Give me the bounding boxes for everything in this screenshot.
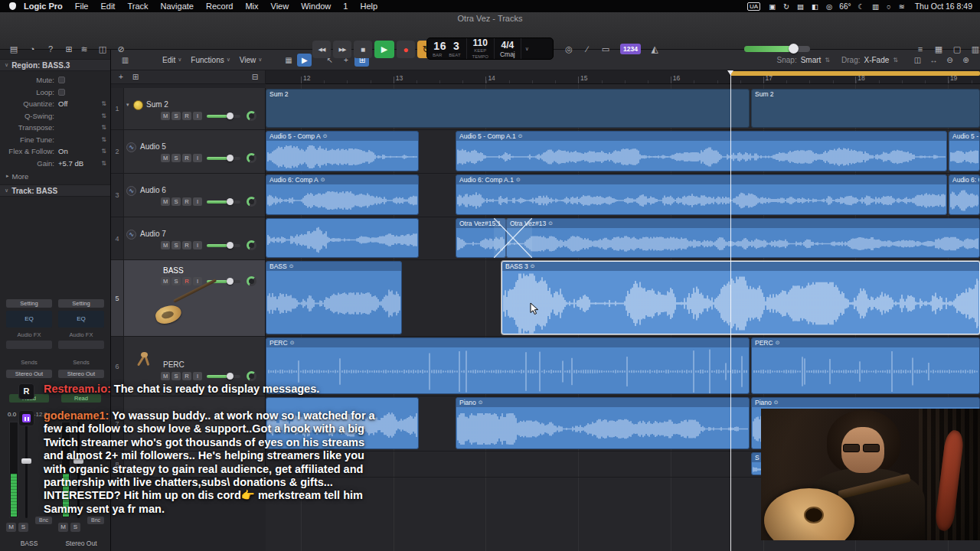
add-track-button[interactable]: + [115,72,127,83]
menu-item-help[interactable]: Help [354,2,384,11]
catch-playhead-icon[interactable]: ▶ [297,54,312,67]
menu-app-name[interactable]: Logic Pro [21,2,69,11]
strip-empty-slot[interactable] [58,341,104,349]
pan-knob[interactable] [247,276,256,286]
track-input-button[interactable]: I [193,241,202,249]
stop-button[interactable]: ■ [354,41,372,58]
track-record-button[interactable]: R [182,112,191,120]
slider-thumb[interactable] [227,373,234,380]
drag-stepper-icon[interactable]: ⇅ [893,57,898,64]
strip-output-slot[interactable]: Stereo Out [6,370,52,378]
pan-knob[interactable] [247,197,256,207]
region-audio-5-comp-a-1[interactable]: Audio 5 - Comp A.1⊙ [456,131,947,171]
disclosure-triangle[interactable]: ▾ [126,102,129,108]
solo-mode-icon[interactable]: ∕ [580,42,595,56]
strip-eq-display[interactable]: EQ [58,311,104,328]
track-mute-button[interactable]: M [161,154,170,162]
strip-eq-display[interactable]: EQ [6,311,52,328]
track-header-audio-5[interactable]: 2∿Audio 5MSRI [111,130,266,174]
track-mute-button[interactable]: M [161,112,170,120]
strip-mute-button[interactable]: M [6,523,16,532]
mixer-icon[interactable]: ◫ [95,42,110,56]
region-bass-3[interactable]: BASS 3⊙ [501,261,980,334]
region-audio-6-comp-a-1[interactable]: Audio 6: Comp A.1⊙ [456,174,947,215]
region-clip[interactable] [266,218,419,258]
smart-controls-icon[interactable]: ≋ [77,42,92,56]
spotlight-icon[interactable]: ○ [883,2,895,11]
strip-empty-slot[interactable] [6,341,52,349]
strip-output-slot[interactable]: Stereo Out [58,370,104,378]
track-solo-button[interactable]: S [172,154,181,162]
track-mute-button[interactable]: M [161,241,170,249]
metronome-button[interactable]: ◭ [647,41,662,57]
lcd-display[interactable]: 163 BAR BEAT 110 KEEP TEMPO 4/4 Cmaj ∨ [426,37,554,60]
moon-icon[interactable]: ☾ [854,2,868,11]
region-perc[interactable]: PERC⊙ [751,337,980,394]
track-volume-slider[interactable] [207,115,240,118]
menu-item-record[interactable]: Record [200,2,239,11]
ua-badge[interactable]: UA [747,2,760,11]
track-solo-button[interactable]: S [172,372,181,380]
temperature-status[interactable]: 66° [836,2,854,11]
track-header-bass[interactable]: 5BASSMSRI [111,260,266,337]
tuner-icon[interactable]: ◎ [561,42,577,56]
keyboard-icon[interactable]: ▤ [793,2,808,11]
count-in-button[interactable]: 1234 [620,44,641,54]
project-chooser-icon[interactable]: ▤ [6,42,21,56]
apple-loops-icon[interactable]: ▢ [949,42,965,56]
control-center-icon[interactable]: ▥ [868,2,883,11]
audio-device-icon[interactable]: ◎ [822,2,836,11]
region-bass[interactable]: BASS⊙ [266,261,402,334]
track-input-button[interactable]: I [193,197,202,206]
pan-knob[interactable] [247,111,256,121]
track-input-button[interactable]: I [193,112,202,120]
duplicate-track-button[interactable]: ⊞ [129,72,142,83]
menu-item-mix[interactable]: Mix [239,2,264,11]
drag-value[interactable]: X-Fade [864,56,890,64]
track-volume-slider[interactable] [207,157,240,160]
note-pads-icon[interactable]: ▦ [931,42,946,56]
slider-thumb[interactable] [227,198,234,205]
region-piano[interactable]: Piano⊙ [456,397,750,449]
record-button[interactable]: ● [397,41,415,58]
track-header-audio-6[interactable]: 3∿Audio 6MSRI [111,174,266,217]
track-record-button[interactable]: R [182,197,191,206]
list-editors-icon[interactable]: ≡ [913,42,928,56]
recents-icon[interactable]: ◔ [24,42,40,56]
track-header-sum-2[interactable]: 1▾Sum 2MSRI [111,88,266,130]
track-solo-button[interactable]: S [172,241,181,249]
menu-item-track[interactable]: Track [121,2,154,11]
strip-setting-button[interactable]: Setting [58,299,104,308]
track-solo-button[interactable]: S [172,197,181,206]
replace-mode-icon[interactable]: ▭ [598,42,613,56]
browsers-icon[interactable]: ▥ [968,42,980,56]
region-otra-vez-13[interactable]: Otra Vez#13⊙ [506,218,980,258]
snap-value[interactable]: Smart [801,56,822,64]
sync-icon[interactable]: ↻ [779,2,793,11]
timeline-ruler[interactable]: 1213141516171819 [266,70,980,84]
apple-menu[interactable] [0,2,21,10]
menu-item-view[interactable]: View [265,2,296,11]
menu-item-navigate[interactable]: Navigate [155,2,200,11]
region-audio-6-comp-a[interactable]: Audio 6: Comp A⊙ [266,174,419,215]
menu-item-window[interactable]: Window [295,2,337,11]
screen-mirroring-icon[interactable]: ▣ [765,2,779,11]
rewind-button[interactable]: ◀◀ [312,41,331,58]
display-icon[interactable]: ◧ [808,2,822,11]
grid-icon[interactable]: ▦ [281,54,296,67]
slider-thumb[interactable] [227,242,234,249]
track-header-options-icon[interactable]: ⊟ [249,72,261,83]
slider-thumb[interactable] [227,112,234,119]
quick-help-icon[interactable]: ? [43,42,58,56]
arrange-menu-view[interactable]: View∨ [240,56,263,64]
track-record-button[interactable]: R [182,154,191,162]
track-header-audio-7[interactable]: 4∿Audio 7MSRI [111,217,266,260]
editors-icon[interactable]: ⊘ [113,42,129,56]
play-button[interactable]: ▶ [374,41,394,58]
region-sum-2[interactable]: Sum 2 [266,89,750,128]
siri-icon[interactable]: ≋ [895,2,909,11]
track-record-button[interactable]: R [182,372,191,380]
track-solo-button[interactable]: S [172,112,181,120]
strip-setting-button[interactable]: Setting [6,299,52,308]
slider-thumb[interactable] [227,155,234,161]
